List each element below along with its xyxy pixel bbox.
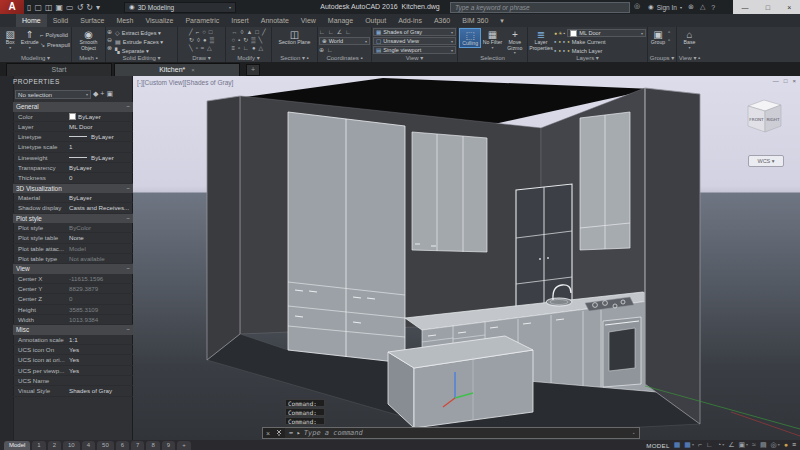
solid-edit-separate[interactable]: ▚Separate ▾ (115, 47, 163, 54)
ribbon-tab-output[interactable]: Output (359, 14, 392, 27)
tool-icon[interactable]: ▪ (238, 37, 240, 44)
object-snap-icon[interactable]: ▣▾ (738, 440, 748, 450)
maximize-button[interactable]: □ (766, 4, 770, 11)
section-header-3d-visualization[interactable]: 3D Visualization− (13, 184, 133, 194)
layer-tool-make-current[interactable]: ●●●●Make Current (554, 38, 646, 46)
ribbon-tab-a360[interactable]: A360 (428, 14, 456, 27)
file-tab-kitchen[interactable]: Kitchen* × (114, 63, 240, 76)
model-space-toggle[interactable]: MODEL (646, 442, 670, 449)
view-dropdown-1[interactable]: ▢Unsaved View▾ (373, 37, 456, 45)
ribbon-tab-insert[interactable]: Insert (225, 14, 255, 27)
group-tool-icon[interactable]: ▫ (668, 37, 670, 44)
layout-tab-4[interactable]: 4 (82, 441, 95, 450)
tool-icon[interactable]: ▲ (246, 29, 252, 36)
section-plane-button[interactable]: ◫ Section Plane (278, 28, 312, 46)
property-row[interactable]: TransparencyByLayer (13, 163, 133, 173)
close-icon[interactable]: × (191, 64, 195, 76)
grid-display-icon[interactable]: ▦ (674, 440, 681, 450)
panel-label[interactable]: Modeling ▾ (0, 54, 71, 62)
ribbon-tab-mesh[interactable]: Mesh (110, 14, 139, 27)
property-row[interactable]: MaterialByLayer (13, 193, 133, 203)
selection-cycling-icon[interactable]: ◎▾ (771, 440, 780, 450)
tool-icon[interactable]: ╲ (258, 37, 262, 44)
drawing-viewport[interactable]: FRONT RIGHT [-][Custom View][Shades of G… (133, 76, 800, 440)
panel-label[interactable]: Solid Editing ▾ (106, 54, 177, 62)
tool-icon[interactable]: ○ (231, 37, 235, 44)
layer-state-icon[interactable]: ▪ (564, 30, 566, 36)
close-button[interactable]: × (787, 4, 791, 11)
ribbon-tab-annotate[interactable]: Annotate (255, 14, 295, 27)
panel-label[interactable]: Layers ▾ (528, 54, 647, 62)
command-line[interactable]: × ⌨ ▸ Type a command ▪ (262, 427, 640, 439)
ribbon-tab-surface[interactable]: Surface (74, 14, 110, 27)
move-gizmo-button[interactable]: + Move Gizmo▾ (504, 28, 526, 54)
view-dropdown-2[interactable]: ▤Single viewport▾ (373, 46, 456, 54)
tool-icon[interactable]: ▒ (210, 37, 214, 44)
box-button[interactable]: ▧ Box▾ (1, 28, 19, 50)
tool-icon[interactable]: ∟ (243, 45, 249, 52)
tool-icon[interactable]: ▫ (196, 45, 198, 52)
layer-state-icon[interactable]: ● (554, 30, 557, 36)
search-icon[interactable]: ◎ (634, 2, 640, 10)
qat-icon-3[interactable]: ▣ (56, 3, 64, 12)
tool-icon[interactable]: △ (259, 45, 264, 52)
file-tab-start[interactable]: Start (6, 63, 112, 76)
ribbon-tab-parametric[interactable]: Parametric (179, 14, 225, 27)
property-row[interactable]: UCS icon at ori...Yes (13, 355, 133, 365)
tool-icon[interactable]: ○ (202, 29, 206, 36)
help-search-input[interactable]: Type a keyword or phrase (450, 2, 630, 13)
layer-state-icon[interactable]: ☀ (558, 30, 562, 36)
property-row[interactable]: Linetype scale1 (13, 142, 133, 152)
section-header-view[interactable]: View− (13, 264, 133, 274)
quick-properties-icon[interactable]: ▣ (106, 90, 113, 97)
qat-icon-5[interactable]: ↺ (77, 3, 84, 12)
boolean-icon[interactable]: ⊕ (107, 29, 112, 36)
tool-icon[interactable]: ↻ (189, 37, 194, 44)
tool-icon[interactable]: ↻ (243, 37, 248, 44)
property-row[interactable]: Visual StyleShades of Gray (13, 386, 133, 396)
customization-icon[interactable]: ≡ (792, 440, 796, 450)
ucs-icon[interactable]: ∠ (337, 29, 342, 36)
tool-icon[interactable]: ◊ (197, 37, 200, 44)
group-tool-icon[interactable]: ▫ (668, 29, 670, 36)
alert-icon[interactable]: △ (700, 3, 705, 11)
tool-icon[interactable]: ╱ (189, 29, 193, 36)
new-drawing-tab-button[interactable]: + (246, 64, 260, 76)
layout-tab-6[interactable]: 6 (116, 441, 129, 450)
solid-edit-extract-edges[interactable]: ◇Extract Edges ▾ (115, 29, 163, 37)
property-row[interactable]: Center Z0 (13, 294, 133, 304)
kitchen-3d-model[interactable]: FRONT RIGHT (133, 76, 800, 440)
a360-icon[interactable]: ⊗ (688, 3, 694, 11)
layout-tab-2[interactable]: 2 (48, 441, 61, 450)
layout-tab-50[interactable]: 50 (97, 441, 114, 450)
view-cube[interactable]: FRONT RIGHT (748, 100, 781, 132)
tool-icon[interactable]: ≈ (201, 45, 204, 52)
ribbon-collapse-icon[interactable]: ▾ (494, 14, 510, 27)
ribbon-tab-solid[interactable]: Solid (47, 14, 75, 27)
add-layout-button[interactable]: + (177, 441, 191, 450)
tool-icon[interactable]: ▫ (238, 45, 240, 52)
property-row[interactable]: Plot table attac...Model (13, 244, 133, 254)
layout-tab-9[interactable]: 9 (162, 441, 175, 450)
ribbon-tab-visualize[interactable]: Visualize (140, 14, 180, 27)
extrude-button[interactable]: ⇑ Extrude▾ (20, 28, 38, 50)
ribbon-tab-home[interactable]: Home (16, 14, 47, 27)
section-header-misc[interactable]: Misc− (13, 325, 133, 335)
ribbon-tab-view[interactable]: View (295, 14, 322, 27)
palette-title-strip[interactable] (0, 76, 14, 440)
qat-icon-2[interactable]: ◫ (45, 3, 53, 12)
no-filter-button[interactable]: ▦ No Filter▾ (482, 28, 502, 50)
ucs-icon[interactable]: ⊕ (319, 47, 324, 54)
transparency-icon[interactable]: ▤ (760, 440, 767, 450)
qat-icon-1[interactable]: ▢ (34, 3, 42, 12)
tool-icon[interactable]: ● (252, 45, 256, 52)
app-menu-button[interactable]: A (0, 0, 24, 14)
panel-label[interactable]: Mesh ▪ (72, 54, 105, 62)
tool-icon[interactable]: ╱ (262, 29, 266, 36)
property-row[interactable]: LinetypeByLayer (13, 132, 133, 142)
tool-icon[interactable]: ◊ (240, 29, 243, 36)
help-icon[interactable]: ? (711, 4, 715, 11)
layout-tab-7[interactable]: 7 (131, 441, 144, 450)
panel-label[interactable]: Coordinates ▪ (318, 54, 371, 62)
property-row[interactable]: UCS per viewp...Yes (13, 366, 133, 376)
